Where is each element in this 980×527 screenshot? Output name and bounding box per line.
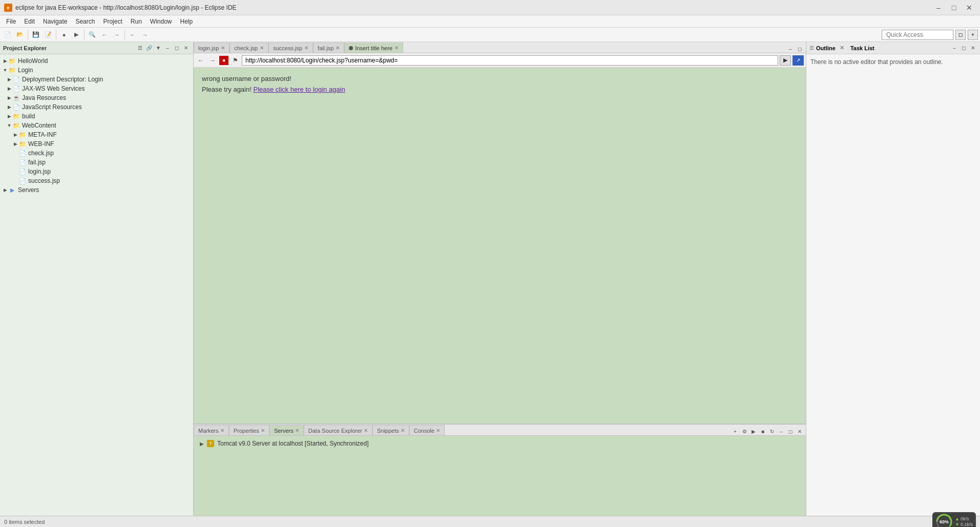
tree-item-failjsp[interactable]: 📄 fail.jsp (0, 158, 193, 167)
tree-item-successjsp[interactable]: 📄 success.jsp (0, 176, 193, 185)
tree-item-javascript[interactable]: 📄 JavaScript Resources (0, 102, 193, 112)
tab-close-login[interactable]: ✕ (221, 45, 225, 51)
bottom-tab-close-snippets[interactable]: ✕ (401, 428, 405, 433)
bottom-minimize-btn[interactable]: – (777, 427, 785, 435)
perspective-button[interactable]: ◻ (955, 30, 966, 40)
outline-minimize-btn[interactable]: – (950, 44, 958, 52)
bottom-tab-close-datasource[interactable]: ✕ (364, 428, 368, 433)
outline-maximize-btn[interactable]: ◻ (960, 44, 968, 52)
main-area: Project Explorer ☰ 🔗 ▼ – ◻ ✕ 📁 HelloWorl… (0, 42, 980, 516)
outline-close-btn[interactable]: ✕ (969, 44, 977, 52)
toolbar-save-all[interactable]: 📝 (43, 29, 54, 40)
panel-menu-btn[interactable]: ▼ (154, 44, 162, 52)
menu-help[interactable]: Help (176, 17, 197, 26)
bottom-tab-markers[interactable]: Markers ✕ (194, 425, 229, 435)
minimize-panel-btn[interactable]: – (163, 44, 172, 52)
menu-run[interactable]: Run (127, 17, 146, 26)
browser-go-btn[interactable]: ▶ (780, 55, 791, 66)
toolbar-next[interactable]: → (139, 29, 151, 40)
tab-close-success[interactable]: ✕ (304, 45, 308, 51)
browser-external-btn[interactable]: ↗ (793, 55, 804, 66)
menu-search[interactable]: Search (71, 17, 99, 26)
tree-item-deployment[interactable]: 📄 Deployment Descriptor: Login (0, 75, 193, 84)
maximize-button[interactable]: □ (947, 3, 961, 13)
toolbar-run[interactable]: ▶ (71, 29, 82, 40)
toolbar-new[interactable]: 📄 (2, 29, 13, 40)
menu-file[interactable]: File (2, 17, 20, 26)
maximize-panel-btn[interactable]: ◻ (173, 44, 181, 52)
bottom-close-btn[interactable]: ✕ (796, 427, 804, 435)
tab-check[interactable]: check.jsp ✕ (230, 43, 268, 53)
bottom-tab-close-servers[interactable]: ✕ (295, 428, 299, 433)
toolbar-search[interactable]: 🔍 (87, 29, 98, 40)
bottom-maximize-btn[interactable]: ◻ (786, 427, 795, 435)
bottom-tab-servers[interactable]: Servers ✕ (269, 425, 304, 435)
toolbar-debug[interactable]: ● (58, 29, 70, 40)
panel-header-actions: ☰ 🔗 ▼ – ◻ ✕ (136, 44, 190, 52)
bottom-panel-restart-btn[interactable]: ↻ (768, 427, 776, 435)
tree-item-webinf[interactable]: 📁 WEB-INF (0, 139, 193, 149)
bottom-panel-settings-btn[interactable]: ⚙ (740, 427, 748, 435)
window-controls[interactable]: – □ ✕ (932, 3, 976, 13)
bottom-panel-stop-btn[interactable]: ■ (759, 427, 767, 435)
tab-success[interactable]: success.jsp ✕ (268, 43, 313, 53)
editor-minimize-btn[interactable]: – (786, 45, 795, 53)
minimize-button[interactable]: – (932, 3, 945, 13)
tab-close-insert[interactable]: ✕ (394, 45, 399, 51)
browser-url-input[interactable] (242, 55, 778, 66)
bottom-panel-run-btn[interactable]: ▶ (749, 427, 758, 435)
browser-forward-btn[interactable]: → (207, 55, 218, 66)
close-button[interactable]: ✕ (963, 3, 976, 13)
bottom-tab-close-markers[interactable]: ✕ (220, 428, 224, 433)
tree-item-java[interactable]: ☕ Java Resources (0, 93, 193, 102)
tree-item-metainf[interactable]: 📁 META-INF (0, 130, 193, 139)
bottom-tab-properties[interactable]: Properties ✕ (229, 425, 269, 435)
toolbar-prev[interactable]: ← (127, 29, 138, 40)
server-row[interactable]: ▶ T Tomcat v9.0 Server at localhost [Sta… (198, 439, 802, 448)
tab-insert[interactable]: Insert title here ✕ (344, 43, 403, 53)
toolbar-save[interactable]: 💾 (30, 29, 41, 40)
bottom-tab-close-properties[interactable]: ✕ (261, 428, 265, 433)
tab-login[interactable]: login.jsp ✕ (194, 43, 230, 53)
tree-item-servers[interactable]: ▶ Servers (0, 185, 193, 195)
new-perspective-button[interactable]: + (968, 30, 978, 40)
net-up-value: 0k/s (961, 516, 969, 521)
browser-bookmark-btn[interactable]: ⚑ (230, 55, 240, 66)
tree-item-jaxws[interactable]: 📄 JAX-WS Web Services (0, 84, 193, 93)
editor-maximize-btn[interactable]: ◻ (796, 45, 804, 53)
tree-item-helloworld[interactable]: 📁 HelloWorld (0, 56, 193, 66)
link-editor-btn[interactable]: 🔗 (145, 44, 153, 52)
toolbar-back[interactable]: ← (99, 29, 110, 40)
bottom-tab-label-snippets: Snippets (377, 428, 399, 434)
login-again-link[interactable]: Please click here to login again (253, 86, 345, 93)
quick-access-input[interactable] (882, 30, 953, 40)
tree-label-successjsp: success.jsp (28, 177, 60, 184)
tree-item-build[interactable]: 📁 build (0, 112, 193, 121)
tree-item-webcontent[interactable]: 📁 WebContent (0, 121, 193, 130)
toolbar-open[interactable]: 📂 (14, 29, 26, 40)
tree-arrow-checkjsp (12, 150, 18, 156)
collapse-all-btn[interactable]: ☰ (136, 44, 144, 52)
menu-edit[interactable]: Edit (20, 17, 39, 26)
bottom-tab-console[interactable]: Console ✕ (409, 425, 445, 435)
tab-fail[interactable]: fail.jsp ✕ (313, 43, 344, 53)
bottom-tab-datasource[interactable]: Data Source Explorer ✕ (304, 425, 372, 435)
browser-back-btn[interactable]: ← (196, 55, 206, 66)
tree-item-login[interactable]: 📁 Login (0, 66, 193, 75)
menu-project[interactable]: Project (99, 17, 126, 26)
tab-close-check[interactable]: ✕ (260, 45, 264, 51)
tree-label-helloworld: HelloWorld (18, 57, 48, 65)
error-line2: Please try again! Please click here to l… (202, 85, 798, 95)
tree-item-checkjsp[interactable]: 📄 check.jsp (0, 149, 193, 158)
tab-close-fail[interactable]: ✕ (336, 45, 340, 51)
browser-stop-btn[interactable]: ■ (219, 56, 228, 65)
bottom-tab-close-console[interactable]: ✕ (436, 428, 440, 433)
toolbar-forward[interactable]: → (111, 29, 122, 40)
menu-navigate[interactable]: Navigate (39, 17, 71, 26)
menu-window[interactable]: Window (146, 17, 176, 26)
close-panel-btn[interactable]: ✕ (182, 44, 190, 52)
bottom-panel-new-btn[interactable]: + (731, 427, 739, 435)
bottom-tab-snippets[interactable]: Snippets ✕ (372, 425, 409, 435)
tree-item-loginjsp[interactable]: 📄 login.jsp (0, 167, 193, 176)
outline-panel: ☰ Outline ✕ Task List – ◻ ✕ There is no … (806, 42, 980, 516)
